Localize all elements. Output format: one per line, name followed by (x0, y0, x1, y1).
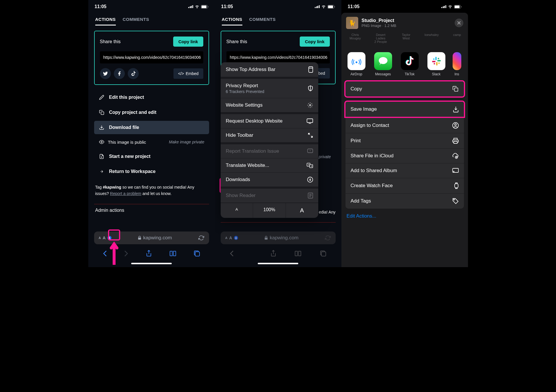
tabs-button[interactable] (193, 249, 201, 258)
action-shared-album[interactable]: Add to Shared Album (345, 163, 464, 178)
address-bar[interactable]: AA kapwing.com (221, 231, 336, 244)
phone-top-icon (308, 66, 313, 73)
translate-icon: A文 (307, 163, 313, 168)
share-title: Share this (100, 39, 121, 44)
screenshot-3: 11:05 🐈 Studio_Project PNG Image · 1.2 M… (341, 0, 468, 267)
download-icon (99, 125, 105, 130)
shield-icon (308, 85, 313, 91)
share-title: Share this (226, 39, 247, 44)
tab-comments[interactable]: COMMENTS (249, 17, 276, 25)
reload-icon[interactable] (198, 235, 204, 241)
file-meta: PNG Image · 1.2 MB (362, 23, 451, 28)
text-size-button[interactable]: AA (99, 236, 111, 240)
menu-website-settings[interactable]: Website Settings (221, 98, 318, 112)
gear-icon (307, 102, 313, 108)
contact-2[interactable]: TaylorWest (397, 33, 416, 43)
people-row[interactable]: ChrisMougey Desert Ladies2 People Taylor… (341, 33, 468, 47)
copy-link-button[interactable]: Copy link (300, 37, 330, 47)
contact-1[interactable]: Desert Ladies2 People (372, 33, 390, 43)
menu-show-top-address[interactable]: Show Top Address Bar (221, 62, 318, 77)
tab-comments[interactable]: COMMENTS (123, 17, 149, 25)
tiktok-icon[interactable] (128, 68, 139, 79)
svg-point-46 (453, 171, 454, 172)
menu-translate[interactable]: Translate Website... A文 (221, 158, 318, 173)
text-size-button[interactable]: AA (225, 236, 238, 240)
contact-3[interactable]: loewhaley (423, 33, 441, 43)
file-thumbnail: 🐈 (346, 17, 358, 29)
reader-icon (308, 193, 313, 198)
share-url[interactable]: https://www.kapwing.com/videos/62c704164… (226, 51, 330, 63)
app-messages[interactable]: Messages (373, 52, 394, 76)
address-bar[interactable]: AA kapwing.com (94, 231, 209, 244)
svg-rect-1 (202, 6, 206, 8)
tab-actions[interactable]: ACTIONS (222, 17, 242, 25)
bookmarks-button[interactable] (168, 249, 178, 258)
menu-downloads[interactable]: Downloads (221, 173, 318, 187)
eye-icon (99, 139, 105, 145)
action-copy[interactable]: Copy (344, 80, 465, 98)
copy-project-action[interactable]: Copy project and edit (94, 106, 209, 119)
svg-point-4 (101, 141, 102, 143)
reload-icon (325, 235, 331, 241)
svg-rect-9 (334, 6, 335, 8)
report-problem-link[interactable]: Report a problem (110, 191, 141, 196)
zoom-controls: A 100% A (221, 203, 318, 218)
zoom-out[interactable]: A (221, 203, 253, 218)
svg-rect-29 (455, 6, 460, 8)
back-button[interactable] (102, 249, 108, 258)
action-watch-face[interactable]: Create Watch Face (345, 178, 464, 194)
svg-rect-33 (435, 57, 437, 60)
new-project-action[interactable]: Start a new project (94, 150, 209, 163)
status-bar: 11:05 (88, 0, 215, 12)
app-slack[interactable]: Slack (426, 52, 447, 76)
action-assign-contact[interactable]: Assign to Contact (345, 118, 464, 133)
app-airdrop[interactable]: AirDrop (346, 52, 367, 76)
contact-0[interactable]: ChrisMougey (346, 33, 365, 43)
copy-icon (99, 110, 105, 115)
action-share-icloud[interactable]: Share File in iCloud (345, 149, 464, 163)
safari-page-menu: Show Top Address Bar Privacy Report6 Tra… (221, 62, 318, 218)
status-bar: 11:05 (215, 0, 341, 12)
return-workspace-action[interactable]: Return to Workspace (94, 165, 209, 178)
close-button[interactable] (455, 19, 463, 27)
wifi-icon (321, 5, 326, 9)
contact-4[interactable]: camp (448, 33, 467, 43)
copy-link-button[interactable]: Copy link (173, 37, 203, 47)
expand-icon (308, 133, 313, 138)
forward-button[interactable] (123, 249, 129, 258)
share-url[interactable]: https://www.kapwing.com/videos/62c704164… (100, 51, 203, 63)
wifi-icon (448, 5, 453, 9)
embed-button[interactable]: </>Embed (173, 68, 203, 79)
save-icon (453, 106, 459, 112)
zoom-level[interactable]: 100% (253, 203, 286, 218)
svg-rect-3 (101, 112, 104, 115)
zoom-in[interactable]: A (286, 203, 318, 218)
make-private-link[interactable]: Make image private (169, 140, 204, 144)
action-add-tags[interactable]: Add Tags (345, 194, 464, 209)
tab-bar: ACTIONS COMMENTS (88, 12, 215, 25)
tab-bar: ACTIONS COMMENTS (215, 12, 341, 25)
tab-actions[interactable]: ACTIONS (95, 17, 116, 25)
app-tiktok[interactable]: TikTok (399, 52, 420, 76)
svg-point-43 (455, 124, 456, 125)
visibility-row: This image is public Make image private (94, 136, 209, 148)
facebook-icon[interactable] (114, 68, 125, 79)
edit-project-action[interactable]: Edit this project (94, 91, 209, 104)
menu-request-desktop[interactable]: Request Desktop Website (221, 112, 318, 128)
menu-hide-toolbar[interactable]: Hide Toolbar (221, 128, 318, 143)
tag-icon (452, 198, 459, 204)
svg-rect-35 (436, 62, 438, 65)
edit-actions-button[interactable]: Edit Actions... (341, 213, 468, 221)
app-instagram[interactable]: Ins (453, 52, 461, 76)
action-print[interactable]: Print (345, 133, 464, 149)
code-icon: </> (178, 71, 184, 76)
download-file-action[interactable]: Download file (94, 121, 209, 134)
action-save-image[interactable]: Save Image (344, 101, 465, 118)
twitter-icon[interactable] (100, 68, 111, 79)
battery-icon (201, 5, 209, 9)
menu-privacy-report[interactable]: Privacy Report6 Trackers Prevented (221, 77, 318, 98)
lock-icon (138, 236, 141, 240)
svg-point-31 (356, 61, 357, 63)
svg-rect-36 (432, 61, 436, 62)
share-button[interactable] (145, 249, 153, 258)
